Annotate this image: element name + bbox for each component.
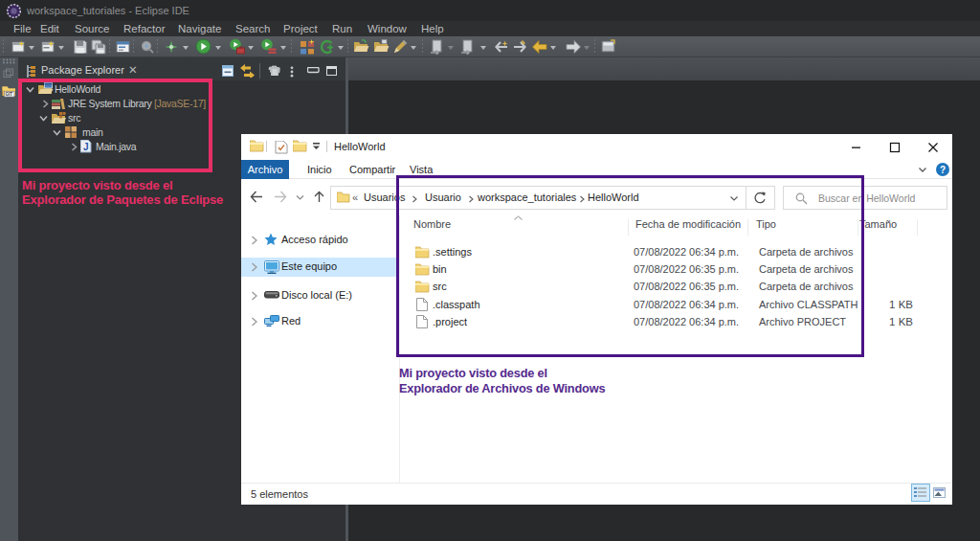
svg-text:?: ? <box>940 165 946 175</box>
svg-text:GIT: GIT <box>5 92 12 97</box>
